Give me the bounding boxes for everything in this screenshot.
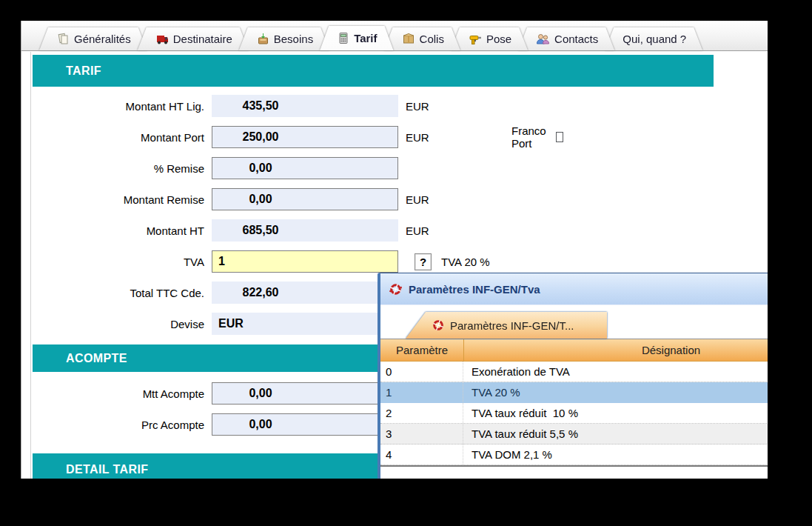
tab-label: Généralités [74, 33, 131, 45]
cell-designation: TVA taux réduit 10 % [463, 407, 768, 419]
cell-parametre: 3 [380, 424, 463, 444]
table-row[interactable]: 0 Exonération de TVA [380, 362, 768, 382]
field-label: % Remise [33, 162, 204, 175]
field-label: Montant HT Lig. [33, 100, 204, 113]
mtt-acompte-input[interactable] [212, 382, 398, 405]
people-icon [536, 33, 550, 45]
field-label: Montant Port [33, 131, 204, 144]
tab-label: Destinataire [173, 33, 232, 45]
tva-help-button[interactable]: ? [415, 253, 432, 270]
tab-besoins[interactable]: Besoins [239, 27, 329, 50]
table-bottom-border [380, 465, 768, 467]
field-label: Mtt Acompte [33, 387, 204, 400]
montant-ht-field: 685,50 [212, 219, 398, 242]
montant-remise-input[interactable] [212, 188, 398, 210]
currency-unit: EUR [406, 193, 429, 206]
table-row[interactable]: 4 TVA DOM 2,1 % [380, 445, 768, 465]
field-label: Montant HT [33, 224, 204, 237]
window-left-groove [30, 21, 31, 479]
tabs-row: Généralités Destinataire Besoins [39, 26, 702, 50]
form-row-montant-remise: Montant Remise EUR [33, 184, 551, 215]
field-label: TVA [33, 256, 204, 268]
field-label: Total TTC Cde. [33, 287, 204, 299]
cell-designation: TVA DOM 2,1 % [463, 448, 768, 461]
tab-label: Contacts [554, 33, 598, 45]
parametres-tva-popup: Paramètres INF-GEN/Tva Paramètres INF-GE… [378, 273, 768, 479]
application-window: Généralités Destinataire Besoins [21, 21, 768, 479]
field-label: Montant Remise [33, 193, 204, 206]
lifebuoy-icon [432, 319, 444, 331]
column-header-designation: Désignation [464, 344, 768, 356]
documents-icon [57, 33, 70, 45]
tva-parameters-table: Paramètre Désignation 0 Exonération de T… [380, 339, 768, 467]
popup-tab-parametres[interactable]: Paramètres INF-GEN/T... [406, 312, 607, 339]
tab-label: Tarif [354, 32, 377, 44]
tab-contacts[interactable]: Contacts [518, 27, 614, 50]
tab-tarif[interactable]: Tarif [320, 26, 393, 50]
form-row-montant-ht-lig: Montant HT Lig. 435,50 EUR [33, 90, 551, 121]
drill-icon [469, 33, 482, 45]
lifebuoy-icon [389, 283, 402, 296]
table-row-selected[interactable]: 1 TVA 20 % [380, 382, 768, 403]
tab-destinataire[interactable]: Destinataire [138, 27, 249, 50]
cell-designation: TVA taux réduit 5,5 % [463, 427, 768, 440]
section-title: TARIF [66, 64, 101, 78]
column-header-parametre: Paramètre [380, 339, 464, 361]
table-row[interactable]: 2 TVA taux réduit 10 % [380, 403, 768, 424]
cell-parametre: 0 [380, 362, 463, 382]
cell-parametre: 1 [380, 382, 463, 402]
section-header-tarif: TARIF [33, 55, 714, 87]
pct-remise-input[interactable] [212, 157, 398, 179]
currency-unit: EUR [406, 100, 429, 113]
tab-label: Colis [420, 33, 444, 45]
field-value: 822,60 [212, 286, 309, 299]
table-header-row: Paramètre Désignation [380, 339, 768, 362]
tab-label: Qui, quand ? [623, 33, 686, 45]
field-value: 435,50 [212, 99, 309, 113]
popup-title: Paramètres INF-GEN/Tva [409, 283, 540, 296]
franco-port-checkbox[interactable] [556, 132, 563, 142]
tab-generalites[interactable]: Généralités [39, 27, 147, 50]
field-value: 685,50 [212, 224, 309, 237]
popup-titlebar[interactable]: Paramètres INF-GEN/Tva [380, 273, 768, 305]
currency-unit: EUR [406, 131, 429, 144]
devise-field: EUR [212, 313, 398, 335]
cell-designation: TVA 20 % [463, 386, 768, 399]
tab-label: Pose [486, 33, 511, 45]
tab-qui-quand[interactable]: Qui, quand ? [605, 27, 702, 50]
package-icon [402, 33, 415, 45]
table-row[interactable]: 3 TVA taux réduit 5,5 % [380, 424, 768, 445]
franco-port-label: Franco Port [511, 124, 549, 150]
tab-label: Besoins [274, 33, 313, 45]
tab-pose[interactable]: Pose [451, 27, 528, 50]
calculator-icon [338, 32, 349, 44]
truck-icon [155, 33, 169, 45]
section-title: DETAIL TARIF [66, 463, 148, 476]
cell-parametre: 2 [380, 403, 463, 423]
field-label: Prc Acompte [33, 419, 204, 431]
currency-unit: EUR [406, 224, 429, 237]
cell-designation: Exonération de TVA [463, 365, 768, 378]
form-row-montant-ht: Montant HT 685,50 EUR [33, 215, 551, 246]
section-title: ACOMPTE [66, 352, 127, 365]
field-label: Devise [33, 318, 204, 330]
tva-rate-note: TVA 20 % [441, 256, 490, 268]
field-value: EUR [212, 317, 244, 330]
prc-acompte-input[interactable] [212, 413, 398, 436]
tab-colis[interactable]: Colis [384, 27, 460, 50]
montant-ht-lig-field: 435,50 [212, 95, 398, 117]
tab-strip: Généralités Destinataire Besoins [21, 21, 768, 51]
popup-tab-label: Paramètres INF-GEN/T... [450, 319, 574, 332]
total-ttc-field: 822,60 [212, 282, 398, 304]
montant-port-input[interactable] [212, 126, 398, 148]
tva-input[interactable] [212, 250, 398, 273]
form-row-montant-port: Montant Port EUR Franco Port [33, 121, 551, 153]
form-row-pct-remise: % Remise [33, 153, 551, 184]
cell-parametre: 4 [380, 445, 463, 465]
inbox-icon [257, 33, 269, 45]
